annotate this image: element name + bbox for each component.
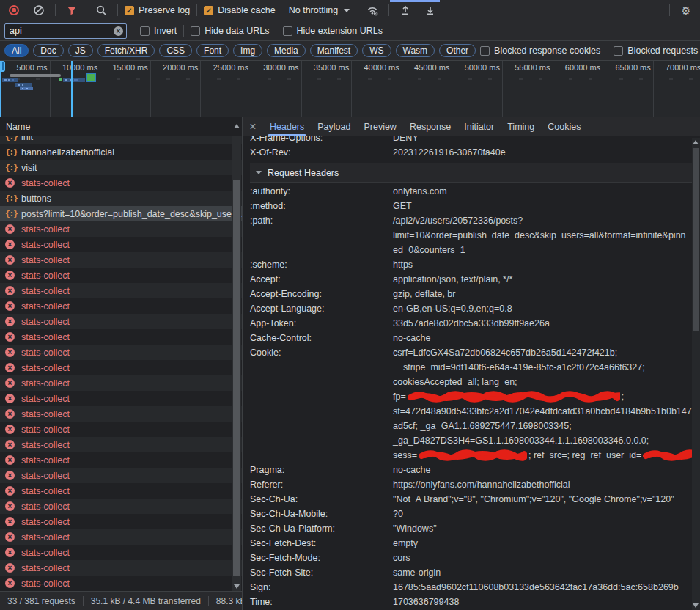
clear-filter-icon[interactable]: × bbox=[114, 26, 123, 36]
hide-data-urls-checkbox[interactable]: Hide data URLs bbox=[191, 26, 269, 36]
header-value: application/json, text/plain, */* bbox=[393, 272, 692, 287]
tab-preview[interactable]: Preview bbox=[357, 117, 402, 136]
filter-toggle-button[interactable] bbox=[62, 1, 81, 19]
import-har-button[interactable] bbox=[396, 1, 415, 19]
request-row[interactable]: ×stats-collect bbox=[0, 314, 242, 329]
filter-pill-font[interactable]: Font bbox=[196, 44, 229, 57]
clear-button[interactable] bbox=[29, 1, 48, 19]
header-name: :method: bbox=[250, 199, 393, 213]
request-row[interactable]: ×stats-collect bbox=[0, 560, 242, 576]
request-row[interactable]: ×stats-collect bbox=[0, 252, 242, 268]
header-value: gzip, deflate, br bbox=[393, 287, 692, 301]
tab-response[interactable]: Response bbox=[403, 117, 457, 136]
type-filter-pills: AllDocJSFetch/XHRCSSFontImgMediaManifest… bbox=[4, 44, 480, 57]
timeline-drag-handle[interactable] bbox=[0, 61, 5, 72]
throttling-select[interactable]: No throttling bbox=[289, 5, 350, 15]
scrollbar-thumb[interactable] bbox=[693, 148, 699, 331]
header-value: /api2/v2/users/20572336/posts?limit=10&o… bbox=[393, 213, 692, 257]
request-row[interactable]: ×stats-collect bbox=[0, 175, 242, 191]
blocked-requests-checkbox-label: Blocked requests bbox=[627, 45, 698, 56]
header-row: Sec-Fetch-Dest:empty bbox=[250, 536, 692, 551]
scroll-up-arrow[interactable] bbox=[693, 140, 699, 144]
filter-input[interactable]: api × bbox=[4, 23, 127, 39]
timeline-tick-label: 25000 ms bbox=[213, 63, 248, 72]
request-row[interactable]: ×stats-collect bbox=[0, 375, 242, 391]
request-failed-icon: × bbox=[5, 363, 15, 372]
header-name: :authority: bbox=[250, 184, 393, 199]
tab-headers[interactable]: Headers bbox=[263, 117, 311, 136]
request-row[interactable]: ×stats-collect bbox=[0, 499, 242, 514]
request-list-scrollbar[interactable] bbox=[232, 136, 241, 591]
filter-pill-all[interactable]: All bbox=[4, 44, 29, 57]
preserve-log-checkbox[interactable]: ✓ Preserve log bbox=[125, 5, 190, 15]
request-row[interactable]: ×stats-collect bbox=[0, 422, 242, 437]
close-icon[interactable]: × bbox=[243, 117, 263, 136]
filter-pill-fetch-xhr[interactable]: Fetch/XHR bbox=[97, 44, 155, 57]
filter-pill-css[interactable]: CSS bbox=[159, 44, 192, 57]
export-har-button[interactable] bbox=[421, 1, 440, 19]
request-row[interactable]: {:}visit bbox=[0, 160, 242, 175]
filter-pill-doc[interactable]: Doc bbox=[33, 44, 63, 57]
request-row[interactable]: ×stats-collect bbox=[0, 437, 242, 452]
request-row[interactable]: ×stats-collect bbox=[0, 576, 242, 591]
request-row[interactable]: ×stats-collect bbox=[0, 268, 242, 283]
record-button[interactable] bbox=[4, 1, 23, 19]
hide-extension-urls-checkbox[interactable]: Hide extension URLs bbox=[283, 26, 383, 36]
scrollbar-thumb[interactable] bbox=[233, 180, 240, 576]
settings-button[interactable]: ⚙ bbox=[677, 1, 696, 19]
request-row[interactable]: ×stats-collect bbox=[0, 298, 242, 314]
detail-scrollbar[interactable] bbox=[692, 138, 700, 610]
blocked-response-cookies-checkbox[interactable]: Blocked response cookies bbox=[480, 45, 600, 56]
tab-cookies[interactable]: Cookies bbox=[541, 117, 587, 136]
header-row: :authority:onlyfans.com bbox=[250, 184, 692, 199]
request-row[interactable]: ×stats-collect bbox=[0, 452, 242, 468]
request-row[interactable]: {:}init bbox=[0, 136, 242, 144]
tab-initiator[interactable]: Initiator bbox=[457, 117, 501, 136]
filter-pill-img[interactable]: Img bbox=[233, 44, 262, 57]
request-row[interactable]: ×stats-collect bbox=[0, 514, 242, 529]
scroll-up-arrow[interactable] bbox=[234, 124, 240, 128]
requests-count: 33 / 381 requests bbox=[0, 596, 83, 606]
request-row[interactable]: ×stats-collect bbox=[0, 406, 242, 422]
network-conditions-button[interactable] bbox=[363, 1, 382, 19]
disable-cache-checkbox[interactable]: ✓ Disable cache bbox=[204, 5, 276, 15]
request-row[interactable]: ×stats-collect bbox=[0, 221, 242, 237]
timeline-tick-label: 5000 ms bbox=[16, 63, 47, 72]
blocked-requests-checkbox[interactable]: Blocked requests bbox=[614, 45, 698, 56]
filter-pill-other[interactable]: Other bbox=[439, 44, 476, 57]
request-row[interactable]: ×stats-collect bbox=[0, 391, 242, 406]
request-row[interactable]: ×stats-collect bbox=[0, 529, 242, 545]
tab-timing[interactable]: Timing bbox=[501, 117, 541, 136]
network-overview-timeline[interactable]: 5000 ms10000 ms15000 ms20000 ms25000 ms3… bbox=[0, 61, 700, 117]
header-row: Referer:https://onlyfans.com/hannaheliza… bbox=[250, 477, 692, 492]
request-row[interactable]: {:}buttons bbox=[0, 191, 242, 206]
filter-pill-js[interactable]: JS bbox=[68, 44, 93, 57]
request-row[interactable]: ×stats-collect bbox=[0, 283, 242, 298]
request-headers-section-header[interactable]: Request Headers bbox=[250, 163, 692, 183]
filter-pill-manifest[interactable]: Manifest bbox=[310, 44, 358, 57]
request-row[interactable]: {:}hannahelizabethofficial bbox=[0, 144, 242, 160]
filter-pill-media[interactable]: Media bbox=[267, 44, 306, 57]
tab-payload[interactable]: Payload bbox=[311, 117, 357, 136]
request-row[interactable]: ×stats-collect bbox=[0, 545, 242, 560]
scroll-down-arrow[interactable] bbox=[234, 584, 240, 589]
name-column-header[interactable]: Name bbox=[0, 117, 242, 136]
request-row[interactable]: ×stats-collect bbox=[0, 360, 242, 375]
header-value: ?0 bbox=[393, 507, 692, 521]
disable-cache-label: Disable cache bbox=[218, 5, 276, 15]
header-value-line: ad5cf; _ga=GA1.1.689275447.1698003345; bbox=[393, 419, 692, 433]
filter-pill-ws[interactable]: WS bbox=[362, 44, 391, 57]
scroll-down-arrow[interactable] bbox=[693, 603, 699, 608]
request-row[interactable]: ×stats-collect bbox=[0, 237, 242, 252]
filter-pill-wasm[interactable]: Wasm bbox=[396, 44, 435, 57]
invert-checkbox[interactable]: Invert bbox=[140, 26, 177, 36]
header-value-line: limit=10&order=publish_date_desc&skip_us… bbox=[393, 228, 692, 243]
request-row[interactable]: ×stats-collect bbox=[0, 483, 242, 499]
request-row[interactable]: ×stats-collect bbox=[0, 468, 242, 483]
network-toolbar: ✓ Preserve log ✓ Disable cache No thrott… bbox=[0, 0, 700, 21]
header-value: same-origin bbox=[393, 565, 692, 580]
request-row[interactable]: ×stats-collect bbox=[0, 329, 242, 345]
request-row[interactable]: {:}posts?limit=10&order=publish_date_des… bbox=[0, 206, 242, 221]
request-row[interactable]: ×stats-collect bbox=[0, 345, 242, 360]
search-button[interactable] bbox=[92, 1, 111, 19]
